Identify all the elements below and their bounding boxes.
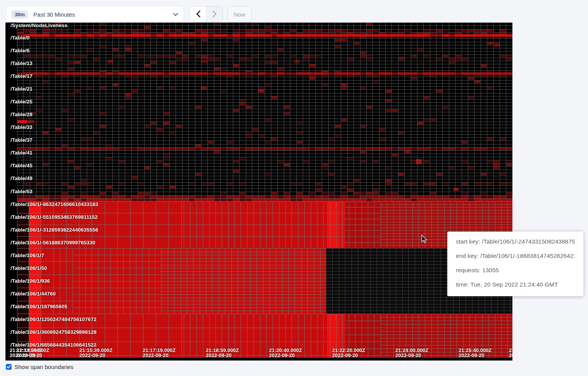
prev-time-button[interactable]	[190, 7, 206, 22]
cell-tooltip: start key: /Table/106/1/-247433150824388…	[447, 232, 583, 296]
time-range-badge: 30m	[12, 10, 28, 19]
chevron-down-icon	[173, 13, 178, 16]
show-span-boundaries-checkbox[interactable]	[6, 364, 12, 370]
time-range-label: Past 30 Minutes	[33, 11, 75, 18]
tooltip-requests: requests: 13055	[456, 266, 575, 274]
toolbar: 30m Past 30 Minutes Now	[6, 6, 252, 23]
time-nav-group	[190, 6, 223, 22]
chevron-right-icon	[212, 10, 217, 19]
tooltip-time: time: Tue, 20 Sep 2022 21:24:40 GMT	[456, 280, 575, 288]
key-visualizer-heatmap[interactable]	[5, 22, 512, 361]
chevron-left-icon	[196, 10, 200, 19]
key-visualizer-page: { "header": { "range_badge": "30m", "ran…	[0, 0, 588, 376]
check-icon	[7, 365, 11, 369]
tooltip-start-key: start key: /Table/106/1/-247433150824388…	[456, 237, 575, 246]
show-span-boundaries-label: Show span boundaries	[14, 364, 74, 370]
time-range-dropdown[interactable]: 30m Past 30 Minutes	[6, 6, 184, 23]
tooltip-end-key: end key: /Table/106/1/-18683814745282642…	[456, 252, 575, 260]
show-span-boundaries-toggle[interactable]: Show span boundaries	[6, 364, 74, 370]
now-button[interactable]: Now	[228, 6, 252, 22]
next-time-button[interactable]	[206, 7, 222, 22]
